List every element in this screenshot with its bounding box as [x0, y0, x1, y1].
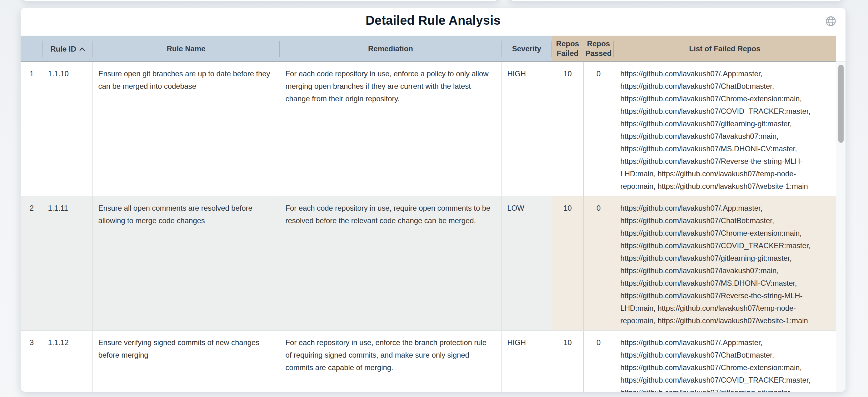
severity-cell: LOW	[501, 196, 552, 330]
page-title: Detailed Rule Analysis	[21, 13, 845, 28]
table-row: 3 1.1.12 Ensure verifying signed commits…	[21, 330, 836, 392]
row-index: 1	[21, 62, 43, 196]
rule-id-cell: 1.1.10	[43, 62, 92, 196]
vertical-scrollbar-thumb[interactable]	[838, 65, 844, 143]
rule-name-cell: Ensure all open comments are resolved be…	[92, 196, 280, 330]
failed-repos-list-cell: https://github.com/lavakush07/.App:maste…	[614, 330, 836, 392]
repos-failed-cell: 10	[552, 330, 583, 392]
repos-failed-cell: 10	[552, 196, 583, 330]
globe-icon[interactable]	[826, 16, 836, 27]
detailed-rule-analysis-card: Detailed Rule Analysis Rule ID Rule Name	[21, 8, 845, 392]
repos-passed-cell: 0	[583, 62, 614, 196]
rule-name-cell: Ensure open git branches are up to date …	[92, 62, 280, 196]
sort-ascending-icon	[80, 43, 85, 53]
table-header-row: Rule ID Rule Name Remediation Severity R…	[21, 36, 836, 62]
table-row: 1 1.1.10 Ensure open git branches are up…	[21, 62, 836, 196]
column-header-remediation[interactable]: Remediation	[280, 36, 501, 62]
column-header-index[interactable]	[21, 36, 43, 62]
repos-failed-cell: 10	[552, 62, 583, 196]
column-header-rule-id[interactable]: Rule ID	[43, 36, 92, 62]
rule-id-cell: 1.1.11	[43, 196, 92, 330]
column-header-failed-repos-list[interactable]: List of Failed Repos	[614, 36, 836, 62]
rule-analysis-table: Rule ID Rule Name Remediation Severity R…	[21, 36, 836, 392]
repos-passed-cell: 0	[583, 330, 614, 392]
row-index: 2	[21, 196, 43, 330]
previous-card-left	[21, 0, 499, 1]
remediation-cell: For each code repository in use, require…	[280, 196, 501, 330]
remediation-cell: For each code repository in use, enforce…	[280, 62, 501, 196]
failed-repos-list-cell: https://github.com/lavakush07/.App:maste…	[614, 196, 836, 330]
failed-repos-list-cell: https://github.com/lavakush07/.App:maste…	[614, 62, 836, 196]
previous-card-right	[509, 0, 844, 1]
column-header-rule-id-label: Rule ID	[50, 45, 76, 53]
column-header-severity[interactable]: Severity	[501, 36, 552, 62]
column-header-repos-passed[interactable]: Repos Passed	[583, 36, 614, 62]
repos-passed-cell: 0	[583, 196, 614, 330]
remediation-cell: For each repository in use, enforce the …	[280, 330, 501, 392]
rule-id-cell: 1.1.12	[43, 330, 92, 392]
row-index: 3	[21, 330, 43, 392]
table-row: 2 1.1.11 Ensure all open comments are re…	[21, 196, 836, 330]
column-header-repos-failed[interactable]: Repos Failed	[552, 36, 583, 62]
vertical-scrollbar-track[interactable]	[836, 62, 845, 392]
column-header-rule-name[interactable]: Rule Name	[92, 36, 280, 62]
rule-name-cell: Ensure verifying signed commits of new c…	[92, 330, 280, 392]
severity-cell: HIGH	[501, 330, 552, 392]
severity-cell: HIGH	[501, 62, 552, 196]
